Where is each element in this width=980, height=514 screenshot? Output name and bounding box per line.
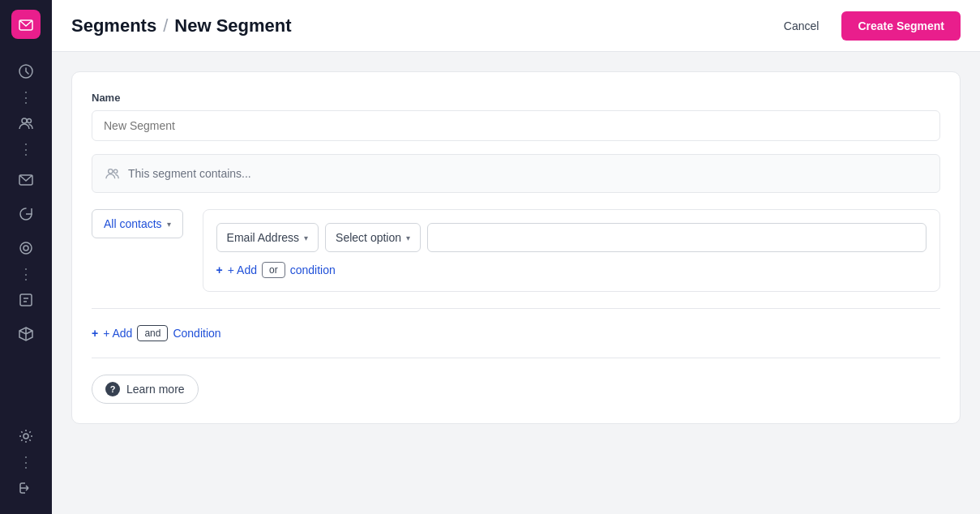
sidebar-item-forms[interactable] [8,284,44,316]
all-contacts-label: All contacts [104,217,162,230]
sidebar-tracking-dots[interactable]: ⋮ [18,266,34,282]
add-and-condition-row: + + Add and Condition [92,325,940,341]
field-chevron-icon: ▾ [304,233,308,242]
app-logo[interactable] [11,10,41,39]
condition-operator-dropdown[interactable]: Select option ▾ [325,223,421,252]
sidebar-campaigns-dots[interactable]: ⋮ [18,141,34,157]
plus-icon: + [216,263,223,276]
sidebar-item-dashboard[interactable] [8,55,44,88]
segment-name-input[interactable] [92,110,940,141]
page-header: Segments / New Segment Cancel Create Seg… [52,0,980,52]
add-and-prefix: + Add [103,327,132,340]
segment-contains-bar: This segment contains... [92,154,940,193]
condition-field-label: Email Address [227,231,299,244]
or-badge[interactable]: or [262,262,285,278]
page-title: New Segment [174,15,291,36]
sidebar-item-tracking[interactable] [8,232,44,264]
learn-more-button[interactable]: ? Learn more [92,375,199,404]
chevron-down-icon: ▾ [167,220,171,229]
breadcrumb: Segments / New Segment [71,15,292,36]
svg-point-11 [109,169,113,173]
all-contacts-button[interactable]: All contacts ▾ [92,209,183,238]
condition-value-input[interactable] [427,223,927,252]
page-content: Name This segment contains... All contac… [52,52,980,514]
add-and-condition-link[interactable]: Condition [173,327,220,340]
operator-chevron-icon: ▾ [406,233,410,242]
svg-point-10 [24,434,28,439]
sidebar-bottom-group: ⋮ [0,420,52,504]
breadcrumb-root[interactable]: Segments [71,15,156,36]
sidebar-nav-group2: ⋮ [0,164,52,350]
sidebar-nav-group: ⋮ ⋮ [0,55,52,157]
and-badge[interactable]: and [137,325,168,341]
add-or-condition-row: + + Add or condition [216,262,927,278]
breadcrumb-separator: / [163,15,168,36]
add-prefix-label: + Add [228,263,257,276]
conditions-section: All contacts ▾ Email Address ▾ Select op… [92,209,940,292]
condition-field-dropdown[interactable]: Email Address ▾ [216,223,319,252]
sidebar-item-settings[interactable] [8,420,44,452]
sidebar-item-contacts[interactable] [8,107,44,139]
condition-option-label: Select option [336,231,401,244]
plus-icon-2: + [92,327,98,340]
group-icon [105,166,120,181]
add-or-condition-link[interactable]: + + Add [216,263,257,276]
segment-contains-text: This segment contains... [128,167,251,180]
sidebar-contacts-dots[interactable]: ⋮ [18,89,34,105]
main-area: Segments / New Segment Cancel Create Seg… [52,0,980,514]
condition-group: Email Address ▾ Select option ▾ + + Add [203,209,940,292]
svg-point-6 [20,242,32,254]
learn-more-label: Learn more [126,383,185,396]
segment-form-card: Name This segment contains... All contac… [71,71,961,424]
help-icon: ? [105,382,120,396]
sidebar-item-logout[interactable] [8,472,44,504]
svg-point-12 [113,169,118,173]
divider-1 [92,308,940,309]
svg-point-2 [22,118,27,123]
svg-point-3 [28,119,32,123]
condition-row: Email Address ▾ Select option ▾ [216,223,927,252]
sidebar-item-automations[interactable] [8,198,44,230]
sidebar-settings-dots[interactable]: ⋮ [18,454,34,470]
divider-2 [92,358,940,358]
header-actions: Cancel Create Segment [771,11,961,41]
sidebar-item-products[interactable] [8,318,44,350]
sidebar: ⋮ ⋮ [0,0,52,514]
create-segment-button[interactable]: Create Segment [841,11,961,41]
sidebar-item-campaigns[interactable] [8,164,44,196]
svg-rect-7 [20,294,32,306]
add-and-link[interactable]: + + Add [92,327,132,340]
name-field-label: Name [92,92,940,104]
svg-point-5 [24,246,28,251]
condition-suffix-link[interactable]: condition [290,263,336,276]
cancel-button[interactable]: Cancel [771,13,832,39]
